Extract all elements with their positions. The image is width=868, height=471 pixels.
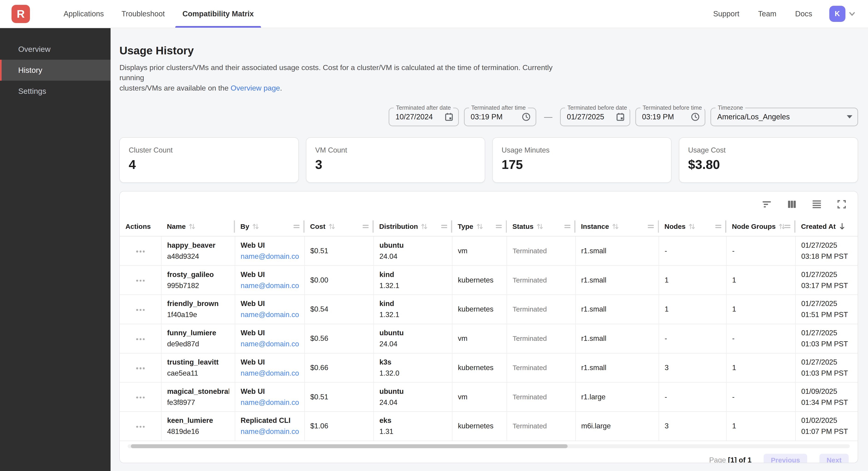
terminated-after-date-value[interactable]: 10/27/2024 [396, 113, 441, 121]
column-drag-handle-icon[interactable] [293, 224, 300, 229]
column-drag-handle-icon[interactable] [784, 224, 790, 229]
table-row[interactable]: happy_beavera48d9324 Web UIname@domain.c… [120, 236, 858, 265]
row-actions-button[interactable] [134, 305, 147, 314]
table-row[interactable]: frosty_galileo995b7182 Web UIname@domain… [120, 265, 858, 295]
column-drag-handle-icon[interactable] [441, 224, 447, 229]
column-header-status[interactable]: Status [507, 217, 576, 236]
link-support[interactable]: Support [704, 10, 749, 18]
distribution-version: 1.32.0 [379, 368, 446, 379]
terminated-after-time-value[interactable]: 03:19 PM [471, 113, 517, 121]
filter-icon[interactable] [761, 198, 773, 210]
column-header-cost[interactable]: Cost [305, 217, 374, 236]
column-drag-handle-icon[interactable] [715, 224, 721, 229]
tab-troubleshoot[interactable]: Troubleshoot [113, 0, 174, 28]
creator-email-link[interactable]: name@domain.com [241, 368, 299, 379]
column-header-type[interactable]: Type [452, 217, 507, 236]
sidebar-item-settings[interactable]: Settings [0, 81, 111, 101]
avatar[interactable]: K [829, 6, 845, 22]
tab-applications[interactable]: Applications [55, 0, 113, 28]
clock-icon[interactable] [522, 113, 530, 121]
column-drag-handle-icon[interactable] [648, 224, 654, 229]
tab-compatibility-matrix[interactable]: Compatibility Matrix [174, 0, 262, 28]
column-header-created-at[interactable]: Created At [796, 217, 858, 236]
link-team[interactable]: Team [749, 10, 786, 18]
sidebar-item-history[interactable]: History [0, 60, 111, 81]
distribution-name: ubuntu [379, 327, 446, 338]
cost-value: $0.51 [310, 393, 328, 401]
column-drag-handle-icon[interactable] [496, 224, 502, 229]
row-actions-button[interactable] [134, 393, 147, 402]
overview-page-link[interactable]: Overview page [230, 84, 280, 92]
column-header-instance[interactable]: Instance [576, 217, 659, 236]
instance-type: r1.small [581, 334, 606, 343]
cluster-name: magical_stonebraker [167, 386, 229, 397]
cost-value: $0.66 [310, 364, 328, 372]
horizontal-scrollbar[interactable] [128, 444, 850, 448]
column-header-nodes[interactable]: Nodes [659, 217, 726, 236]
usage-history-table-card: Actions Name By Cost Distribution [119, 191, 858, 463]
previous-page-button[interactable]: Previous [764, 454, 807, 463]
column-header-distribution[interactable]: Distribution [374, 217, 452, 236]
columns-icon[interactable] [786, 198, 798, 210]
creator-email-link[interactable]: name@domain.com [241, 397, 299, 408]
column-drag-handle-icon[interactable] [564, 224, 570, 229]
link-docs[interactable]: Docs [786, 10, 822, 18]
cost-value: $1.06 [310, 422, 328, 430]
column-drag-handle-icon[interactable] [363, 224, 369, 229]
column-header-by[interactable]: By [235, 217, 305, 236]
density-icon[interactable] [811, 198, 823, 210]
row-actions-button[interactable] [134, 364, 147, 373]
row-actions-button[interactable] [134, 247, 147, 256]
node-groups-count: 1 [732, 276, 736, 284]
calendar-icon[interactable] [616, 113, 624, 121]
distribution-version: 24.04 [379, 397, 446, 408]
creator-email-link[interactable]: name@domain.com [241, 280, 299, 291]
terminated-before-date-value[interactable]: 01/27/2025 [567, 113, 612, 121]
creator-email-link[interactable]: name@domain.com [241, 309, 299, 320]
column-header-node-groups[interactable]: Node Groups [726, 217, 796, 236]
table-row[interactable]: keen_lumiere4819de16 Replicated CLIname@… [120, 412, 858, 441]
date-filters: Terminated after date 10/27/2024 Termina… [119, 108, 858, 126]
next-page-button[interactable]: Next [819, 454, 849, 463]
clock-icon[interactable] [691, 113, 700, 121]
sort-icon [252, 223, 259, 230]
sort-icon [421, 223, 428, 230]
timezone-value[interactable]: America/Los_Angeles [717, 113, 842, 121]
timezone-select[interactable]: Timezone America/Los_Angeles [710, 108, 858, 126]
row-actions-button[interactable] [134, 422, 147, 431]
status-badge: Terminated [513, 393, 547, 401]
cluster-id: a48d9324 [167, 251, 229, 262]
chevron-down-icon[interactable] [848, 10, 856, 18]
created-time: 01:03 PM PST [801, 338, 852, 350]
row-actions-button[interactable] [134, 335, 147, 343]
created-time: 01:03 PM PST [801, 368, 852, 379]
terminated-after-date-field[interactable]: Terminated after date 10/27/2024 [389, 108, 459, 126]
creator-email-link[interactable]: name@domain.com [241, 426, 299, 437]
fullscreen-icon[interactable] [836, 198, 848, 210]
cluster-name: happy_beaver [167, 240, 229, 251]
stat-label: Cluster Count [129, 146, 289, 154]
column-header-name[interactable]: Name [161, 217, 235, 236]
created-by: Web UI [241, 386, 299, 397]
sort-icon [476, 223, 483, 230]
dropdown-arrow-icon[interactable] [847, 115, 852, 118]
sidebar-item-overview[interactable]: Overview [0, 39, 111, 60]
cluster-id: 4819de16 [167, 426, 229, 437]
scrollbar-thumb[interactable] [131, 444, 568, 448]
replicated-logo[interactable]: R [11, 5, 30, 23]
terminated-before-date-field[interactable]: Terminated before date 01/27/2025 [560, 108, 630, 126]
calendar-icon[interactable] [445, 113, 453, 121]
usage-stat-cards: Cluster Count 4 VM Count 3 Usage Minutes… [119, 137, 858, 183]
terminated-before-time-value[interactable]: 03:19 PM [642, 113, 686, 121]
table-row[interactable]: funny_lumierede9ed87d Web UIname@domain.… [120, 324, 858, 353]
node-groups-count: 1 [732, 422, 736, 430]
creator-email-link[interactable]: name@domain.com [241, 251, 299, 262]
terminated-after-time-field[interactable]: Terminated after time 03:19 PM [464, 108, 536, 126]
table-row[interactable]: magical_stonebrakerfe3f8977 Web UIname@d… [120, 382, 858, 412]
table-row[interactable]: trusting_leavittcae5ea11 Web UIname@doma… [120, 353, 858, 383]
terminated-before-time-field[interactable]: Terminated before time 03:19 PM [636, 108, 706, 126]
creator-email-link[interactable]: name@domain.com [241, 338, 299, 350]
distribution-version: 1.32.1 [379, 309, 446, 320]
row-actions-button[interactable] [134, 276, 147, 285]
table-row[interactable]: friendly_brown1f40a19e Web UIname@domain… [120, 295, 858, 324]
